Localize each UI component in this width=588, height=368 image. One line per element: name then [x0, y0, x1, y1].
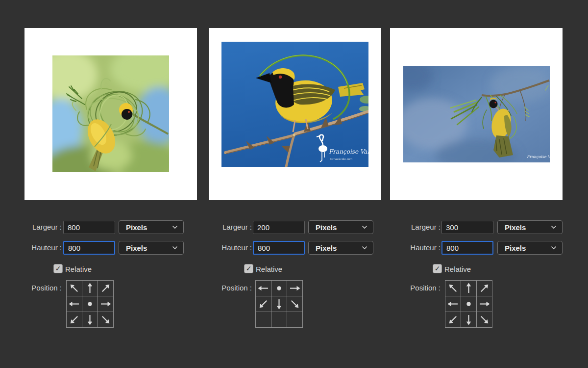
position-cell-down-right[interactable]: [98, 312, 113, 327]
unit-label: Pixels: [316, 244, 337, 252]
center-dot-icon: [461, 296, 476, 312]
canvas-preview-1: [24, 28, 197, 200]
largeur-input[interactable]: [253, 221, 305, 234]
relative-label: Relative: [444, 264, 471, 274]
arrow-up-right-icon: [474, 278, 495, 299]
position-label: Position :: [20, 283, 62, 293]
position-cell-up-right[interactable]: [477, 281, 492, 296]
unit-label: Pixels: [126, 244, 147, 252]
position-cell-down-left[interactable]: [445, 312, 461, 327]
largeur-label: Largeur :: [210, 222, 252, 232]
relative-checkbox[interactable]: ✓: [244, 264, 253, 273]
largeur-label: Largeur :: [398, 222, 441, 232]
arrow-down-right-icon: [474, 309, 495, 331]
hauteur-input[interactable]: [253, 241, 305, 255]
center-dot-icon: [82, 296, 98, 312]
hauteur-unit-select[interactable]: Pixels: [308, 241, 373, 255]
position-cell-center[interactable]: [461, 296, 476, 312]
chevron-down-icon: [362, 225, 368, 229]
checkmark-icon: ✓: [55, 264, 61, 272]
chevron-down-icon: [551, 225, 557, 229]
largeur-unit-select[interactable]: Pixels: [497, 220, 563, 234]
arrow-down-left-icon: [64, 309, 85, 331]
arrow-down-right-icon: [284, 293, 306, 315]
canvas-preview-3: Françoise Vallet: [390, 28, 563, 200]
unit-label: Pixels: [505, 244, 526, 252]
app-stage: Françoise Vallet Ornassicole.com: [0, 0, 588, 368]
chevron-down-icon: [362, 246, 368, 250]
position-cell-up-left[interactable]: [445, 281, 461, 296]
position-cell-up-right[interactable]: [98, 281, 113, 296]
position-cell-down-right[interactable]: [477, 312, 492, 327]
relative-checkbox[interactable]: ✓: [53, 264, 63, 273]
watermark-website: Ornassicole.com: [330, 158, 352, 160]
largeur-input[interactable]: [441, 221, 493, 234]
position-cell-center[interactable]: [82, 296, 98, 312]
position-cell-down-left[interactable]: [67, 312, 82, 327]
position-grid: [445, 280, 492, 328]
unit-label: Pixels: [126, 223, 147, 232]
position-cell-center[interactable]: [271, 281, 287, 296]
relative-checkbox[interactable]: ✓: [433, 264, 442, 273]
relative-label: Relative: [256, 264, 282, 274]
photo-weaver-branch: Françoise Vallet Ornassicole.com: [221, 42, 368, 167]
position-cell-empty: [271, 312, 287, 327]
relative-label: Relative: [65, 264, 92, 274]
arrow-up-left-icon: [64, 278, 85, 299]
position-label: Position :: [398, 283, 441, 293]
largeur-unit-select[interactable]: Pixels: [119, 220, 184, 234]
hauteur-label: Hauteur :: [20, 243, 62, 253]
position-grid: [66, 280, 114, 328]
arrow-up-right-icon: [95, 278, 117, 299]
chevron-down-icon: [172, 225, 178, 229]
photo-weaver-nest: [52, 55, 169, 172]
position-cell-down-left[interactable]: [256, 296, 271, 312]
photo-weaver-hanging: Françoise Vallet: [403, 66, 550, 162]
watermark-signature: Françoise Vallet: [527, 155, 550, 159]
position-label: Position :: [210, 283, 252, 293]
hauteur-label: Hauteur :: [210, 243, 252, 253]
hauteur-label: Hauteur :: [398, 243, 441, 253]
unit-label: Pixels: [505, 223, 526, 232]
arrow-down-left-icon: [442, 309, 464, 331]
chevron-down-icon: [172, 246, 178, 250]
arrow-down-right-icon: [95, 309, 117, 331]
center-dot-icon: [271, 281, 287, 296]
position-cell-up-left[interactable]: [67, 281, 82, 296]
chevron-down-icon: [551, 246, 557, 250]
arrow-up-left-icon: [442, 278, 464, 299]
hauteur-input[interactable]: [441, 241, 493, 255]
hauteur-input[interactable]: [63, 241, 115, 255]
largeur-label: Largeur :: [20, 222, 62, 232]
largeur-input[interactable]: [63, 221, 115, 234]
arrow-down-left-icon: [253, 293, 274, 315]
checkmark-icon: ✓: [246, 264, 252, 272]
unit-label: Pixels: [316, 223, 337, 232]
position-grid: [255, 280, 303, 328]
position-cell-down-right[interactable]: [287, 296, 302, 312]
hauteur-unit-select[interactable]: Pixels: [497, 241, 563, 255]
hauteur-unit-select[interactable]: Pixels: [119, 241, 184, 255]
largeur-unit-select[interactable]: Pixels: [308, 220, 373, 234]
checkmark-icon: ✓: [435, 264, 441, 272]
canvas-preview-2: Françoise Vallet Ornassicole.com: [209, 28, 381, 200]
watermark-signature: Françoise Vallet: [329, 148, 368, 155]
